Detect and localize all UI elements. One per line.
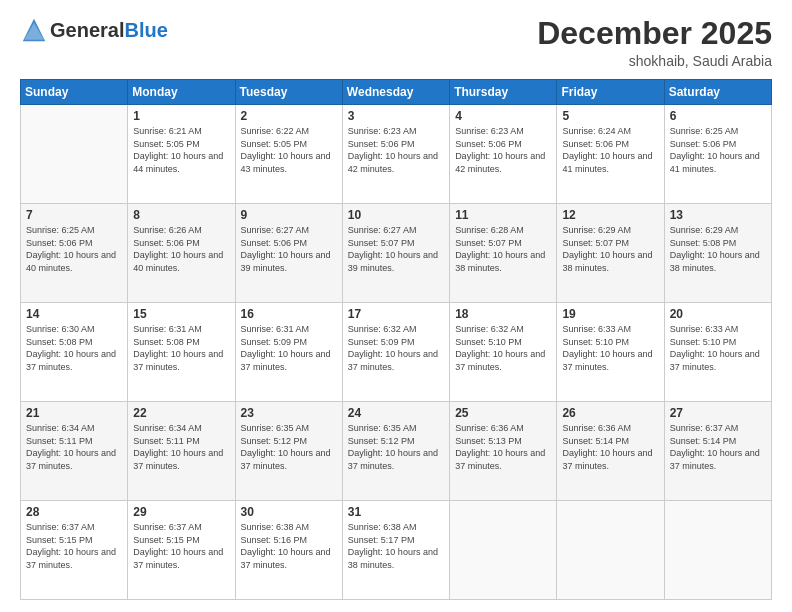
calendar-week-row: 1Sunrise: 6:21 AMSunset: 5:05 PMDaylight… [21, 105, 772, 204]
table-row [557, 501, 664, 600]
day-number: 5 [562, 109, 658, 123]
day-number: 22 [133, 406, 229, 420]
day-number: 19 [562, 307, 658, 321]
day-info: Sunrise: 6:38 AMSunset: 5:16 PMDaylight:… [241, 521, 337, 571]
day-info: Sunrise: 6:33 AMSunset: 5:10 PMDaylight:… [670, 323, 766, 373]
table-row: 17Sunrise: 6:32 AMSunset: 5:09 PMDayligh… [342, 303, 449, 402]
day-number: 23 [241, 406, 337, 420]
col-wednesday: Wednesday [342, 80, 449, 105]
day-info: Sunrise: 6:27 AMSunset: 5:07 PMDaylight:… [348, 224, 444, 274]
day-number: 21 [26, 406, 122, 420]
day-number: 30 [241, 505, 337, 519]
table-row: 1Sunrise: 6:21 AMSunset: 5:05 PMDaylight… [128, 105, 235, 204]
logo-blue-text: Blue [124, 19, 167, 41]
day-number: 11 [455, 208, 551, 222]
page: GeneralBlue December 2025 shokhaib, Saud… [0, 0, 792, 612]
table-row: 5Sunrise: 6:24 AMSunset: 5:06 PMDaylight… [557, 105, 664, 204]
day-info: Sunrise: 6:36 AMSunset: 5:13 PMDaylight:… [455, 422, 551, 472]
day-number: 15 [133, 307, 229, 321]
day-info: Sunrise: 6:31 AMSunset: 5:09 PMDaylight:… [241, 323, 337, 373]
table-row: 19Sunrise: 6:33 AMSunset: 5:10 PMDayligh… [557, 303, 664, 402]
table-row: 3Sunrise: 6:23 AMSunset: 5:06 PMDaylight… [342, 105, 449, 204]
day-info: Sunrise: 6:25 AMSunset: 5:06 PMDaylight:… [26, 224, 122, 274]
table-row: 12Sunrise: 6:29 AMSunset: 5:07 PMDayligh… [557, 204, 664, 303]
day-number: 14 [26, 307, 122, 321]
day-number: 28 [26, 505, 122, 519]
location: shokhaib, Saudi Arabia [537, 53, 772, 69]
day-number: 8 [133, 208, 229, 222]
day-info: Sunrise: 6:25 AMSunset: 5:06 PMDaylight:… [670, 125, 766, 175]
table-row: 24Sunrise: 6:35 AMSunset: 5:12 PMDayligh… [342, 402, 449, 501]
day-number: 31 [348, 505, 444, 519]
day-info: Sunrise: 6:32 AMSunset: 5:09 PMDaylight:… [348, 323, 444, 373]
day-info: Sunrise: 6:23 AMSunset: 5:06 PMDaylight:… [348, 125, 444, 175]
table-row: 14Sunrise: 6:30 AMSunset: 5:08 PMDayligh… [21, 303, 128, 402]
col-sunday: Sunday [21, 80, 128, 105]
col-friday: Friday [557, 80, 664, 105]
day-info: Sunrise: 6:28 AMSunset: 5:07 PMDaylight:… [455, 224, 551, 274]
day-number: 9 [241, 208, 337, 222]
day-info: Sunrise: 6:36 AMSunset: 5:14 PMDaylight:… [562, 422, 658, 472]
col-saturday: Saturday [664, 80, 771, 105]
calendar-week-row: 21Sunrise: 6:34 AMSunset: 5:11 PMDayligh… [21, 402, 772, 501]
day-info: Sunrise: 6:24 AMSunset: 5:06 PMDaylight:… [562, 125, 658, 175]
table-row: 7Sunrise: 6:25 AMSunset: 5:06 PMDaylight… [21, 204, 128, 303]
table-row: 10Sunrise: 6:27 AMSunset: 5:07 PMDayligh… [342, 204, 449, 303]
day-number: 20 [670, 307, 766, 321]
day-number: 29 [133, 505, 229, 519]
day-number: 3 [348, 109, 444, 123]
day-info: Sunrise: 6:22 AMSunset: 5:05 PMDaylight:… [241, 125, 337, 175]
col-thursday: Thursday [450, 80, 557, 105]
day-number: 26 [562, 406, 658, 420]
day-info: Sunrise: 6:30 AMSunset: 5:08 PMDaylight:… [26, 323, 122, 373]
day-number: 2 [241, 109, 337, 123]
logo-area: GeneralBlue [20, 16, 168, 44]
table-row [21, 105, 128, 204]
calendar-week-row: 14Sunrise: 6:30 AMSunset: 5:08 PMDayligh… [21, 303, 772, 402]
logo-icon [20, 16, 48, 44]
calendar-header-row: Sunday Monday Tuesday Wednesday Thursday… [21, 80, 772, 105]
day-number: 7 [26, 208, 122, 222]
day-number: 12 [562, 208, 658, 222]
day-info: Sunrise: 6:23 AMSunset: 5:06 PMDaylight:… [455, 125, 551, 175]
table-row: 11Sunrise: 6:28 AMSunset: 5:07 PMDayligh… [450, 204, 557, 303]
table-row: 9Sunrise: 6:27 AMSunset: 5:06 PMDaylight… [235, 204, 342, 303]
day-number: 6 [670, 109, 766, 123]
table-row: 20Sunrise: 6:33 AMSunset: 5:10 PMDayligh… [664, 303, 771, 402]
day-info: Sunrise: 6:32 AMSunset: 5:10 PMDaylight:… [455, 323, 551, 373]
table-row [450, 501, 557, 600]
table-row: 21Sunrise: 6:34 AMSunset: 5:11 PMDayligh… [21, 402, 128, 501]
table-row: 26Sunrise: 6:36 AMSunset: 5:14 PMDayligh… [557, 402, 664, 501]
table-row: 27Sunrise: 6:37 AMSunset: 5:14 PMDayligh… [664, 402, 771, 501]
table-row: 8Sunrise: 6:26 AMSunset: 5:06 PMDaylight… [128, 204, 235, 303]
day-info: Sunrise: 6:21 AMSunset: 5:05 PMDaylight:… [133, 125, 229, 175]
day-info: Sunrise: 6:29 AMSunset: 5:07 PMDaylight:… [562, 224, 658, 274]
day-number: 27 [670, 406, 766, 420]
day-info: Sunrise: 6:31 AMSunset: 5:08 PMDaylight:… [133, 323, 229, 373]
svg-marker-1 [24, 23, 44, 40]
table-row: 6Sunrise: 6:25 AMSunset: 5:06 PMDaylight… [664, 105, 771, 204]
day-info: Sunrise: 6:37 AMSunset: 5:14 PMDaylight:… [670, 422, 766, 472]
day-info: Sunrise: 6:27 AMSunset: 5:06 PMDaylight:… [241, 224, 337, 274]
table-row: 16Sunrise: 6:31 AMSunset: 5:09 PMDayligh… [235, 303, 342, 402]
table-row: 29Sunrise: 6:37 AMSunset: 5:15 PMDayligh… [128, 501, 235, 600]
day-info: Sunrise: 6:29 AMSunset: 5:08 PMDaylight:… [670, 224, 766, 274]
table-row [664, 501, 771, 600]
table-row: 4Sunrise: 6:23 AMSunset: 5:06 PMDaylight… [450, 105, 557, 204]
day-number: 25 [455, 406, 551, 420]
table-row: 23Sunrise: 6:35 AMSunset: 5:12 PMDayligh… [235, 402, 342, 501]
day-info: Sunrise: 6:37 AMSunset: 5:15 PMDaylight:… [133, 521, 229, 571]
day-number: 24 [348, 406, 444, 420]
calendar-week-row: 7Sunrise: 6:25 AMSunset: 5:06 PMDaylight… [21, 204, 772, 303]
day-number: 13 [670, 208, 766, 222]
table-row: 15Sunrise: 6:31 AMSunset: 5:08 PMDayligh… [128, 303, 235, 402]
day-number: 16 [241, 307, 337, 321]
day-number: 17 [348, 307, 444, 321]
day-info: Sunrise: 6:38 AMSunset: 5:17 PMDaylight:… [348, 521, 444, 571]
title-area: December 2025 shokhaib, Saudi Arabia [537, 16, 772, 69]
table-row: 2Sunrise: 6:22 AMSunset: 5:05 PMDaylight… [235, 105, 342, 204]
table-row: 13Sunrise: 6:29 AMSunset: 5:08 PMDayligh… [664, 204, 771, 303]
calendar-table: Sunday Monday Tuesday Wednesday Thursday… [20, 79, 772, 600]
table-row: 31Sunrise: 6:38 AMSunset: 5:17 PMDayligh… [342, 501, 449, 600]
month-title: December 2025 [537, 16, 772, 51]
